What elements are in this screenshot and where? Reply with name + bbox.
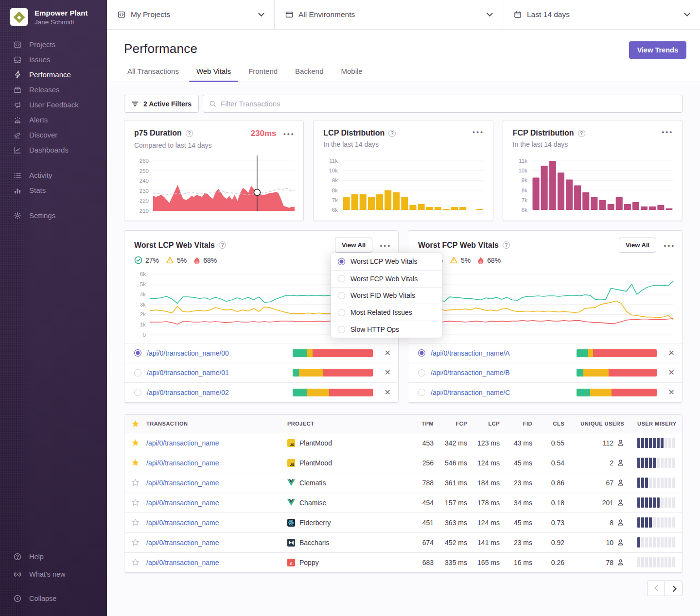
radio-unselected[interactable] bbox=[418, 369, 425, 376]
col-unique-users[interactable]: UNIQUE USERS bbox=[564, 421, 624, 427]
close-icon[interactable]: ✕ bbox=[668, 349, 675, 357]
dropdown-option-most-related-issues[interactable]: Most Related Issues bbox=[331, 304, 442, 321]
transaction-link[interactable]: /api/0/transaction_name bbox=[146, 459, 219, 467]
next-page-button[interactable] bbox=[665, 581, 682, 596]
project-link[interactable]: PlantMood bbox=[299, 439, 332, 447]
tab-backend[interactable]: Backend bbox=[288, 67, 331, 82]
project-link[interactable]: Poppy bbox=[299, 559, 319, 566]
sidebar-item-discover[interactable]: Discover bbox=[0, 127, 107, 142]
transaction-link[interactable]: /api/0/transaction_name/01 bbox=[147, 369, 229, 376]
transaction-link[interactable]: /api/0/transaction_name bbox=[146, 519, 219, 527]
vitals-transaction-row[interactable]: /api/0/transaction_name/01✕ bbox=[124, 363, 398, 383]
vitals-transaction-row[interactable]: /api/0/transaction_name/B✕ bbox=[408, 363, 682, 383]
project-link[interactable]: Baccharis bbox=[299, 539, 329, 547]
project-link[interactable]: Elderberry bbox=[299, 519, 331, 527]
project-link[interactable]: Chamise bbox=[299, 499, 326, 507]
star-outline-icon[interactable] bbox=[124, 538, 146, 547]
view-trends-button[interactable]: View Trends bbox=[629, 41, 686, 59]
active-filters-button[interactable]: 2 Active Filters bbox=[124, 95, 199, 113]
col-cls[interactable]: CLS bbox=[532, 421, 564, 427]
help-icon[interactable]: ? bbox=[578, 130, 585, 137]
close-icon[interactable]: ✕ bbox=[668, 389, 675, 396]
dropdown-option-worst-lcp-web-vitals[interactable]: Worst LCP Web Vitals bbox=[331, 253, 442, 270]
col-tpm[interactable]: TPM bbox=[397, 421, 434, 427]
radio-selected[interactable] bbox=[418, 349, 425, 357]
sidebar-footer-help[interactable]: Help bbox=[0, 548, 107, 565]
sidebar-footer-collapse[interactable]: Collapse bbox=[0, 590, 107, 607]
transaction-link[interactable]: /api/0/transaction_name bbox=[146, 539, 219, 547]
search-input[interactable]: Filter Transactions bbox=[203, 95, 682, 113]
sidebar-item-alerts[interactable]: Alerts bbox=[0, 112, 107, 127]
radio-selected[interactable] bbox=[134, 349, 141, 357]
sidebar-item-dashboards[interactable]: Dashboards bbox=[0, 142, 107, 157]
star-outline-icon[interactable] bbox=[124, 518, 146, 527]
close-icon[interactable]: ✕ bbox=[385, 389, 391, 396]
help-icon[interactable]: ? bbox=[388, 130, 396, 137]
sidebar-item-projects[interactable]: Projects bbox=[0, 37, 107, 52]
environment-filter[interactable]: All Environments bbox=[274, 0, 503, 29]
more-options-icon[interactable]: ●●● bbox=[662, 130, 673, 135]
more-options-icon[interactable]: ●●● bbox=[664, 243, 675, 248]
help-icon[interactable]: ? bbox=[503, 241, 510, 249]
star-outline-icon[interactable] bbox=[124, 498, 146, 507]
close-icon[interactable]: ✕ bbox=[385, 349, 391, 357]
vitals-transaction-row[interactable]: /api/0/transaction_name/02✕ bbox=[124, 382, 398, 402]
star-filled-icon[interactable] bbox=[124, 439, 146, 447]
sidebar-item-user-feedback[interactable]: User Feedback bbox=[0, 97, 107, 112]
previous-page-button[interactable] bbox=[647, 581, 665, 596]
col-user-misery[interactable]: USER MISERY bbox=[624, 421, 682, 427]
vitals-transaction-row[interactable]: /api/0/transaction_name/C✕ bbox=[408, 382, 682, 402]
sidebar-item-releases[interactable]: Releases bbox=[0, 82, 107, 97]
vitals-transaction-row[interactable]: /api/0/transaction_name/A✕ bbox=[408, 343, 682, 363]
star-outline-icon[interactable] bbox=[124, 479, 146, 487]
transaction-link[interactable]: /api/0/transaction_name bbox=[146, 439, 219, 447]
tab-frontend[interactable]: Frontend bbox=[241, 67, 285, 82]
help-icon[interactable]: ? bbox=[219, 241, 226, 249]
project-link[interactable]: PlantMood bbox=[299, 459, 332, 467]
radio-unselected[interactable] bbox=[418, 389, 425, 396]
vitals-transaction-row[interactable]: /api/0/transaction_name/00✕ bbox=[124, 343, 398, 363]
transaction-link[interactable]: /api/0/transaction_name bbox=[146, 499, 219, 507]
sidebar-item-issues[interactable]: Issues bbox=[0, 52, 107, 67]
transaction-link[interactable]: /api/0/transaction_name bbox=[146, 479, 219, 487]
close-icon[interactable]: ✕ bbox=[668, 369, 675, 376]
col-project[interactable]: PROJECT bbox=[287, 421, 397, 427]
date-filter[interactable]: Last 14 days bbox=[503, 0, 700, 29]
sidebar-item-stats[interactable]: Stats bbox=[0, 183, 107, 198]
view-all-button[interactable]: View All bbox=[335, 238, 372, 253]
transaction-link[interactable]: /api/0/transaction_name/02 bbox=[147, 389, 229, 396]
col-lcp[interactable]: LCP bbox=[467, 421, 500, 427]
star-filled-icon[interactable] bbox=[124, 459, 146, 467]
close-icon[interactable]: ✕ bbox=[385, 369, 391, 376]
misery-bar bbox=[649, 537, 652, 548]
radio-unselected[interactable] bbox=[134, 369, 141, 376]
sidebar-item-activity[interactable]: Activity bbox=[0, 168, 107, 183]
more-options-icon[interactable]: ●●● bbox=[283, 132, 295, 137]
dropdown-option-slow-http-ops[interactable]: Slow HTTP Ops bbox=[331, 321, 442, 338]
more-options-icon[interactable]: ●●● bbox=[380, 243, 391, 248]
col-fcp[interactable]: FCP bbox=[434, 421, 467, 427]
tab-all-transactions[interactable]: All Transactions bbox=[120, 67, 186, 82]
transaction-link[interactable]: /api/0/transaction_name/A bbox=[431, 349, 510, 357]
sidebar-item-settings[interactable]: Settings bbox=[0, 208, 107, 223]
dropdown-option-worst-fid-web-vitals[interactable]: Worst FID Web Vitals bbox=[331, 287, 442, 304]
tab-web-vitals[interactable]: Web Vitals bbox=[189, 67, 238, 82]
col-transaction[interactable]: TRANSACTION bbox=[146, 421, 287, 427]
col-fid[interactable]: FID bbox=[500, 421, 532, 427]
radio-unselected[interactable] bbox=[134, 389, 141, 396]
transaction-link[interactable]: /api/0/transaction_name/B bbox=[431, 369, 510, 376]
star-outline-icon[interactable] bbox=[124, 558, 146, 566]
sidebar-footer-what-s-new[interactable]: What's new bbox=[0, 565, 107, 583]
org-switcher[interactable]: Empower Plant Jane Schmidt bbox=[0, 0, 107, 26]
dropdown-option-worst-fcp-web-vitals[interactable]: Worst FCP Web Vitals bbox=[331, 270, 442, 287]
transaction-link[interactable]: /api/0/transaction_name/00 bbox=[147, 349, 229, 357]
sidebar-item-performance[interactable]: Performance bbox=[0, 67, 107, 82]
transaction-link[interactable]: /api/0/transaction_name/C bbox=[431, 389, 510, 396]
more-options-icon[interactable]: ●●● bbox=[472, 130, 484, 135]
project-link[interactable]: Clematis bbox=[299, 479, 326, 487]
project-filter[interactable]: My Projects bbox=[107, 0, 274, 29]
help-icon[interactable]: ? bbox=[186, 130, 193, 137]
view-all-button[interactable]: View All bbox=[619, 238, 656, 253]
tab-mobile[interactable]: Mobile bbox=[333, 67, 369, 82]
transaction-link[interactable]: /api/0/transaction_name bbox=[146, 559, 219, 566]
